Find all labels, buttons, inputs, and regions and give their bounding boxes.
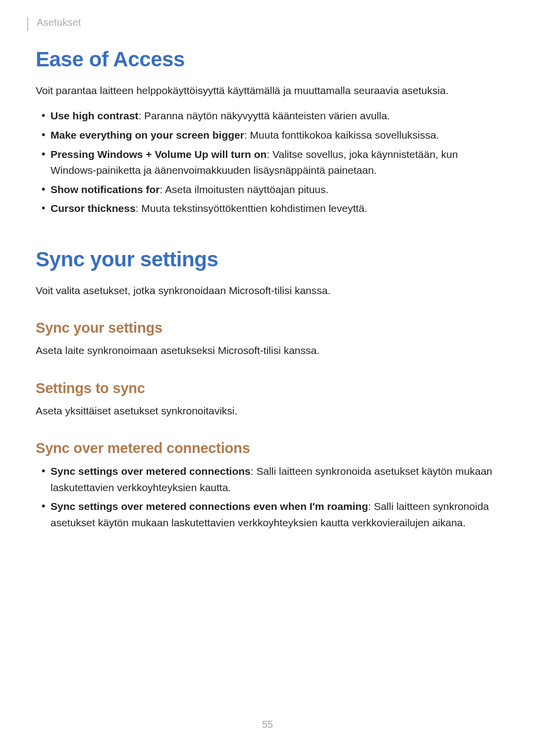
list-item-rest: : Paranna näytön näkyvyyttä käänteisten … [138,110,390,121]
heading-sync-your-settings: Sync your settings [36,248,499,271]
list-item-bold: Sync settings over metered connections e… [51,501,368,512]
page: Asetukset Ease of Access Voit parantaa l… [0,0,535,756]
header-section-label: Asetukset [37,17,81,28]
list-item-bold: Cursor thickness [51,202,136,214]
list-item: Sync settings over metered connections: … [36,463,499,496]
list-item-bold: Show notifications for [51,184,160,195]
sync-section-body: Aseta laite synkronoimaan asetukseksi Mi… [36,343,499,358]
list-item-rest: : Muuta fonttikokoa kaikissa sovelluksis… [244,129,439,141]
subheading-sync-your-settings: Sync your settings [36,320,499,336]
heading-ease-of-access: Ease of Access [36,48,499,71]
list-item: Make everything on your screen bigger: M… [36,127,499,144]
list-item-rest: : Aseta ilmoitusten näyttöajan pituus. [160,184,329,195]
sync-intro-text: Voit valita asetukset, jotka synkronoida… [36,283,499,298]
list-item-bold: Make everything on your screen bigger [51,129,244,141]
ease-bullet-list: Use high contrast: Paranna näytön näkyvy… [36,108,499,216]
list-item: Sync settings over metered connections e… [36,499,499,531]
list-item: Use high contrast: Paranna näytön näkyvy… [36,108,499,124]
sync-section-body: Aseta yksittäiset asetukset synkronoitav… [36,403,499,418]
list-item-bold: Pressing Windows + Volume Up will turn o… [51,149,267,160]
ease-intro-text: Voit parantaa laitteen helppokäyttöisyyt… [36,83,499,98]
list-item: Pressing Windows + Volume Up will turn o… [36,147,499,179]
list-item-rest: : Muuta tekstinsyöttökenttien kohdistime… [136,202,368,214]
list-item: Cursor thickness: Muuta tekstinsyöttöken… [36,201,499,217]
subheading-sync-over-metered: Sync over metered connections [36,440,499,456]
metered-bullet-list: Sync settings over metered connections: … [36,463,499,531]
content-area: Ease of Access Voit parantaa laitteen he… [36,48,499,534]
header-rule-icon [27,17,28,31]
subheading-settings-to-sync: Settings to sync [36,380,499,397]
list-item-bold: Use high contrast [51,110,138,121]
page-number: 55 [0,719,535,730]
list-item: Show notifications for: Aseta ilmoituste… [36,182,499,198]
list-item-bold: Sync settings over metered connections [51,465,251,477]
